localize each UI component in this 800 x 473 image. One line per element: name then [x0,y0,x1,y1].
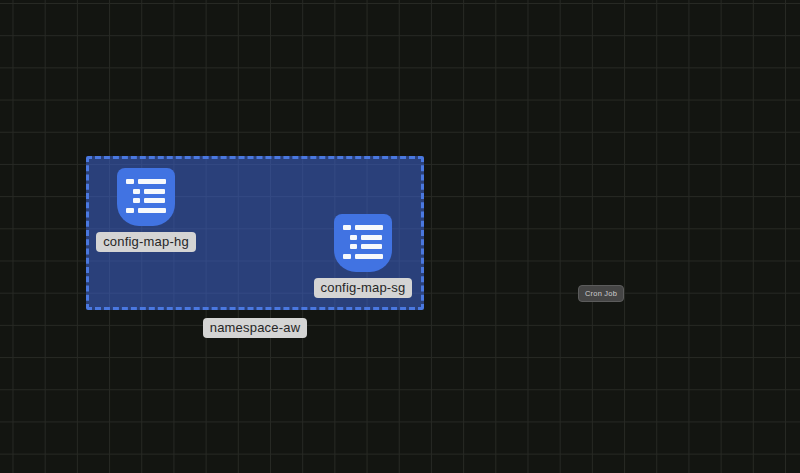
icon-row [133,189,165,194]
cron-job-drag-chip[interactable]: Cron Job [578,285,624,302]
configmap-sg-label: config-map-sg [314,278,413,298]
icon-glyph-line [350,235,357,240]
icon-row [350,235,382,240]
icon-glyph-line [361,235,382,240]
configmap-icon[interactable] [334,214,392,272]
icon-row [126,179,166,184]
icon-glyph-line [138,208,166,213]
icon-glyph-line [350,244,357,249]
icon-glyph-line [144,189,165,194]
icon-row [126,208,166,213]
icon-row [350,244,382,249]
namespace-label-wrap: namespace-aw [86,318,424,336]
icon-glyph-line [138,179,166,184]
configmap-hg-label: config-map-hg [96,232,196,252]
icon-row [343,254,383,259]
icon-row [343,225,383,230]
icon-glyph-line [133,189,140,194]
icon-glyph-line [133,198,140,203]
icon-glyph-line [355,225,383,230]
icon-glyph-line [126,208,134,213]
namespace-label: namespace-aw [203,318,308,338]
icon-glyph-line [361,244,382,249]
configmap-node-sg[interactable]: config-map-sg [309,214,417,298]
icon-glyph-line [343,254,351,259]
icon-glyph-line [343,225,351,230]
configmap-icon[interactable] [117,168,175,226]
icon-glyph-line [355,254,383,259]
icon-glyph-line [126,179,134,184]
icon-glyph-line [144,198,165,203]
icon-row [133,198,165,203]
diagram-canvas[interactable]: config-map-hg config-map-sg namespace-aw [0,0,800,473]
configmap-node-hg[interactable]: config-map-hg [92,168,200,252]
